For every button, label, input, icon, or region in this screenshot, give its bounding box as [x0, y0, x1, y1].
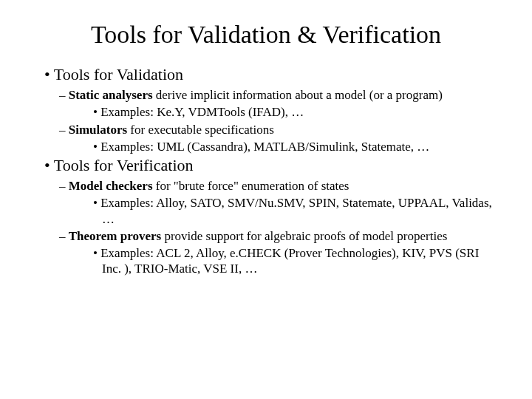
rest-text: provide support for algebraic proofs of … — [161, 229, 447, 243]
lead-text: Simulators — [69, 123, 127, 137]
validation-item-simulators: Simulators for executable specifications — [34, 122, 498, 137]
lead-text: Theorem provers — [69, 229, 161, 243]
lead-text: Static analysers — [69, 88, 153, 102]
validation-item-simulators-examples: Examples: UML (Cassandra), MATLAB/Simuli… — [34, 139, 498, 154]
rest-text: for "brute force" enumeration of states — [153, 179, 349, 193]
validation-item-static-analysers: Static analysers derive implicit informa… — [34, 87, 498, 103]
rest-text: derive implicit information about a mode… — [153, 88, 443, 102]
verification-item-theorem-provers-examples: Examples: ACL 2, Alloy, e.CHECK (Prover … — [34, 245, 498, 277]
verification-item-theorem-provers: Theorem provers provide support for alge… — [34, 228, 498, 244]
verification-item-model-checkers: Model checkers for "brute force" enumera… — [34, 178, 498, 194]
section-verification-heading: Tools for Verification — [34, 156, 498, 175]
validation-item-static-analysers-examples: Examples: Ke.Y, VDMTools (IFAD), … — [34, 104, 498, 120]
rest-text: for executable specifications — [127, 123, 274, 137]
section-validation-heading: Tools for Validation — [34, 65, 498, 84]
lead-text: Model checkers — [69, 179, 153, 193]
verification-item-model-checkers-examples: Examples: Alloy, SATO, SMV/Nu.SMV, SPIN,… — [34, 195, 498, 227]
slide-title: Tools for Validation & Verification — [34, 21, 498, 49]
